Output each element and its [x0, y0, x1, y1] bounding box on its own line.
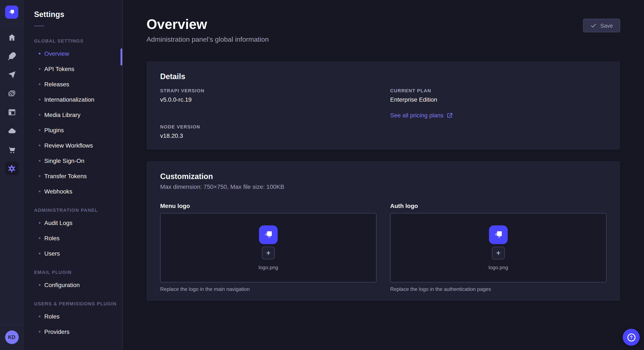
add-auth-logo-button[interactable]: +: [492, 246, 505, 259]
subnav-item-admin-roles[interactable]: Roles: [24, 230, 122, 246]
menu-logo-label: Menu logo: [160, 202, 376, 210]
section-label-global-settings: GLOBAL SETTINGS: [24, 38, 122, 43]
settings-subnav: Settings GLOBAL SETTINGS Overview API To…: [24, 0, 123, 350]
shopping-cart-icon[interactable]: [5, 143, 18, 157]
node-version-label: NODE VERSION: [160, 124, 376, 130]
bullet-icon: [39, 316, 40, 317]
auth-logo-label: Auth logo: [390, 202, 606, 210]
main-content: Overview Administration panel’s global i…: [123, 0, 644, 350]
bullet-icon: [39, 83, 40, 85]
bullet-icon: [39, 331, 40, 333]
save-button[interactable]: Save: [583, 19, 620, 32]
menu-logo-dropzone[interactable]: + logo.png: [160, 213, 376, 282]
details-left-column: STRAPI VERSION v5.0.0-rc.19 NODE VERSION…: [160, 88, 376, 140]
auth-logo-filename: logo.png: [488, 264, 508, 270]
section-email-plugin: Configuration: [24, 277, 122, 293]
subnav-scrollbar-thumb[interactable]: [120, 48, 122, 65]
subnav-item-audit-logs[interactable]: Audit Logs: [24, 215, 122, 230]
subnav-title: Settings: [24, 9, 122, 19]
subnav-item-transfer-tokens[interactable]: Transfer Tokens: [24, 169, 122, 184]
customization-subtitle: Max dimension: 750×750, Max file size: 1…: [160, 182, 606, 191]
subnav-item-plugins[interactable]: Plugins: [24, 123, 122, 138]
external-link-icon: [447, 112, 453, 118]
bullet-icon: [39, 160, 40, 162]
rail-icon-list: [5, 24, 18, 175]
user-avatar[interactable]: KD: [5, 331, 18, 344]
media-library-icon[interactable]: [5, 87, 18, 100]
strapi-logo-icon: [492, 229, 504, 240]
bullet-icon: [39, 68, 40, 70]
section-label-administration-panel: ADMINISTRATION PANEL: [24, 207, 122, 213]
bullet-icon: [39, 284, 40, 286]
subnav-item-up-roles[interactable]: Roles: [24, 309, 122, 324]
page-header: Overview Administration panel’s global i…: [146, 16, 620, 44]
strapi-logo-icon: [8, 8, 16, 16]
subnav-item-admin-users[interactable]: Users: [24, 246, 122, 261]
auth-logo-dropzone[interactable]: + logo.png: [390, 213, 606, 282]
section-label-users-permissions-plugin: USERS & PERMISSIONS PLUGIN: [24, 301, 122, 306]
subnav-item-overview[interactable]: Overview: [24, 46, 122, 61]
details-card: Details STRAPI VERSION v5.0.0-rc.19 NODE…: [146, 61, 620, 150]
bullet-icon: [39, 99, 40, 100]
section-label-email-plugin: EMAIL PLUGIN: [24, 270, 122, 275]
settings-gear-icon[interactable]: [5, 162, 18, 175]
strapi-logo-icon: [262, 229, 274, 240]
customization-card: Customization Max dimension: 750×750, Ma…: [146, 161, 620, 301]
subnav-item-media-library[interactable]: Media Library: [24, 107, 122, 123]
subnav-item-email-configuration[interactable]: Configuration: [24, 277, 122, 293]
paper-plane-icon[interactable]: [5, 68, 18, 82]
subnav-item-review-workflows[interactable]: Review Workflows: [24, 138, 122, 153]
current-plan-field: CURRENT PLAN Enterprise Edition: [390, 88, 606, 103]
subnav-item-releases[interactable]: Releases: [24, 77, 122, 92]
strapi-admin-app: KD Settings GLOBAL SETTINGS Overview API…: [0, 0, 644, 350]
current-plan-value: Enterprise Edition: [390, 96, 606, 103]
subnav-item-api-tokens[interactable]: API Tokens: [24, 61, 122, 77]
page-header-text: Overview Administration panel’s global i…: [146, 16, 269, 44]
menu-logo-caption: Replace the logo in the main navigation: [160, 286, 376, 293]
current-plan-label: CURRENT PLAN: [390, 88, 606, 94]
bullet-icon: [39, 175, 40, 177]
rail-divider-bottom: [0, 325, 24, 325]
auth-logo-preview: [489, 225, 508, 244]
main-nav-rail: KD: [0, 0, 24, 350]
section-users-permissions-plugin: Roles Providers: [24, 309, 122, 339]
bullet-icon: [39, 114, 40, 116]
auth-logo-caption: Replace the logo in the authentication p…: [390, 286, 606, 293]
bullet-icon: [39, 222, 40, 224]
bullet-icon: [39, 190, 40, 192]
help-button[interactable]: ?: [623, 329, 640, 346]
logo-uploads-row: Menu logo + logo.png Replace the logo: [160, 202, 606, 293]
subnav-item-single-sign-on[interactable]: Single Sign-On: [24, 153, 122, 169]
node-version-value: v18.20.3: [160, 132, 376, 140]
rail-bottom: KD: [0, 325, 24, 350]
layout-icon[interactable]: [5, 105, 18, 119]
bullet-icon: [39, 145, 40, 146]
customization-title: Customization: [160, 172, 606, 181]
page-subtitle: Administration panel’s global informatio…: [146, 35, 269, 44]
details-right-column: CURRENT PLAN Enterprise Edition See all …: [390, 88, 606, 140]
strapi-version-field: STRAPI VERSION v5.0.0-rc.19: [160, 88, 376, 103]
pricing-plans-link[interactable]: See all pricing plans: [390, 112, 453, 119]
strapi-version-label: STRAPI VERSION: [160, 88, 376, 94]
details-grid: STRAPI VERSION v5.0.0-rc.19 NODE VERSION…: [160, 88, 606, 140]
feather-icon[interactable]: [5, 49, 18, 63]
strapi-logo[interactable]: [5, 5, 18, 19]
strapi-version-value: v5.0.0-rc.19: [160, 96, 376, 103]
subnav-item-internationalization[interactable]: Internationalization: [24, 92, 122, 107]
menu-logo-preview: [259, 225, 278, 244]
bullet-icon: [39, 129, 40, 131]
page-title: Overview: [146, 16, 269, 32]
check-icon: [590, 22, 597, 29]
bullet-icon: [39, 253, 40, 254]
subnav-title-divider: [34, 25, 44, 26]
cloud-icon[interactable]: [5, 124, 18, 138]
home-icon[interactable]: [5, 31, 18, 44]
subnav-item-webhooks[interactable]: Webhooks: [24, 184, 122, 199]
menu-logo-filename: logo.png: [258, 264, 278, 270]
question-mark-icon: ?: [627, 333, 635, 341]
details-title: Details: [160, 71, 606, 82]
subnav-item-up-providers[interactable]: Providers: [24, 324, 122, 339]
add-menu-logo-button[interactable]: +: [262, 246, 275, 259]
node-version-field: NODE VERSION v18.20.3: [160, 124, 376, 140]
bullet-icon: [39, 237, 40, 239]
